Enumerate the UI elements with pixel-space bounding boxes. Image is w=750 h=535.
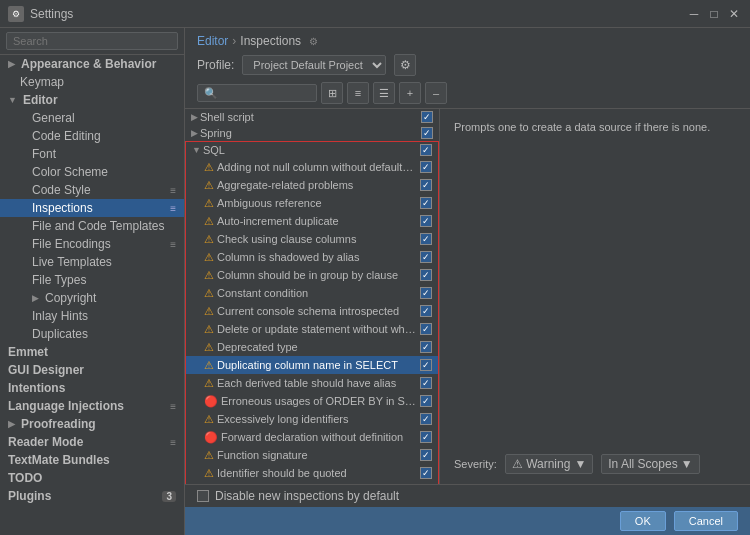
sidebar-item-inspections[interactable]: Inspections ≡	[0, 199, 184, 217]
warn-icon-2: ⚠	[204, 197, 214, 210]
insp-checkbox-12[interactable]	[420, 377, 432, 389]
filter-input[interactable]	[197, 84, 317, 102]
sidebar-item-proofreading[interactable]: ▶ Proofreading	[0, 415, 184, 433]
group-checkbox-spring[interactable]	[421, 127, 433, 139]
insp-checkbox-7[interactable]	[420, 287, 432, 299]
sidebar-label-inspections: Inspections	[32, 201, 93, 215]
insp-checkbox-8[interactable]	[420, 305, 432, 317]
group-header-spring[interactable]: ▶ Spring	[185, 125, 439, 141]
insp-item-label-10: Deprecated type	[217, 341, 416, 353]
sidebar-search-input[interactable]	[6, 32, 178, 50]
sidebar-item-plugins[interactable]: Plugins 3	[0, 487, 184, 505]
sidebar-item-live-templates[interactable]: Live Templates	[0, 253, 184, 271]
sidebar-item-color-scheme[interactable]: Color Scheme	[0, 163, 184, 181]
sidebar-label-file-encodings: File Encodings	[32, 237, 111, 251]
sidebar-item-file-encodings[interactable]: File Encodings ≡	[0, 235, 184, 253]
insp-item-4[interactable]: ⚠ Check using clause columns	[186, 230, 438, 248]
sidebar-item-duplicates[interactable]: Duplicates	[0, 325, 184, 343]
sidebar-item-language-injections[interactable]: Language Injections ≡	[0, 397, 184, 415]
sidebar-item-copyright[interactable]: ▶ Copyright	[0, 289, 184, 307]
insp-item-1[interactable]: ⚠ Aggregate-related problems	[186, 176, 438, 194]
sidebar-item-keymap[interactable]: Keymap	[0, 73, 184, 91]
sidebar-item-code-style[interactable]: Code Style ≡	[0, 181, 184, 199]
severity-select[interactable]: ⚠ Warning ▼	[505, 454, 593, 474]
lang-inj-indicator: ≡	[170, 401, 176, 412]
sidebar-item-textmate-bundles[interactable]: TextMate Bundles	[0, 451, 184, 469]
main-content: ▶ Appearance & Behavior Keymap ▼ Editor …	[0, 28, 750, 535]
sidebar-item-gui-designer[interactable]: GUI Designer	[0, 361, 184, 379]
insp-checkbox-3[interactable]	[420, 215, 432, 227]
insp-item-15[interactable]: 🔴 Forward declaration without definition	[186, 428, 438, 446]
insp-checkbox-0[interactable]	[420, 161, 432, 173]
sidebar-item-reader-mode[interactable]: Reader Mode ≡	[0, 433, 184, 451]
insp-checkbox-11[interactable]	[420, 359, 432, 371]
ok-button[interactable]: OK	[620, 511, 666, 531]
breadcrumb-menu-icon[interactable]: ⚙	[309, 36, 318, 47]
minimize-button[interactable]: ─	[686, 6, 702, 22]
group-checkbox-shell-script[interactable]	[421, 111, 433, 123]
maximize-button[interactable]: □	[706, 6, 722, 22]
group-checkbox-sql[interactable]	[420, 144, 432, 156]
insp-checkbox-14[interactable]	[420, 413, 432, 425]
insp-item-5[interactable]: ⚠ Column is shadowed by alias	[186, 248, 438, 266]
disable-new-inspections-checkbox[interactable]: Disable new inspections by default	[197, 489, 399, 503]
scope-select[interactable]: In All Scopes ▼	[601, 454, 699, 474]
group-sql: ▼ SQL ⚠ Adding not null column without d…	[185, 141, 439, 484]
profile-select[interactable]: Project Default Project	[242, 55, 386, 75]
expand-all-button[interactable]: ≡	[347, 82, 369, 104]
insp-item-13[interactable]: 🔴 Erroneous usages of ORDER BY in SQL Se…	[186, 392, 438, 410]
warn-icon-8: ⚠	[204, 305, 214, 318]
insp-item-12[interactable]: ⚠ Each derived table should have alias	[186, 374, 438, 392]
insp-item-10[interactable]: ⚠ Deprecated type	[186, 338, 438, 356]
sidebar-item-file-types[interactable]: File Types	[0, 271, 184, 289]
cancel-button[interactable]: Cancel	[674, 511, 738, 531]
insp-checkbox-4[interactable]	[420, 233, 432, 245]
insp-checkbox-2[interactable]	[420, 197, 432, 209]
insp-item-6[interactable]: ⚠ Column should be in group by clause	[186, 266, 438, 284]
sidebar-item-appearance[interactable]: ▶ Appearance & Behavior	[0, 55, 184, 73]
insp-item-7[interactable]: ⚠ Constant condition	[186, 284, 438, 302]
insp-item-17[interactable]: ⚠ Identifier should be quoted	[186, 464, 438, 482]
insp-checkbox-6[interactable]	[420, 269, 432, 281]
insp-checkbox-17[interactable]	[420, 467, 432, 479]
sidebar-item-file-code-templates[interactable]: File and Code Templates	[0, 217, 184, 235]
group-header-sql[interactable]: ▼ SQL	[186, 142, 438, 158]
insp-item-2[interactable]: ⚠ Ambiguous reference	[186, 194, 438, 212]
filter-button[interactable]: ⊞	[321, 82, 343, 104]
sidebar-item-editor[interactable]: ▼ Editor	[0, 91, 184, 109]
insp-checkbox-16[interactable]	[420, 449, 432, 461]
sidebar-label-file-types: File Types	[32, 273, 86, 287]
sidebar-item-todo[interactable]: TODO	[0, 469, 184, 487]
insp-checkbox-15[interactable]	[420, 431, 432, 443]
sidebar-item-font[interactable]: Font	[0, 145, 184, 163]
insp-item-9[interactable]: ⚠ Delete or update statement without whe…	[186, 320, 438, 338]
sidebar-item-general[interactable]: General	[0, 109, 184, 127]
insp-checkbox-5[interactable]	[420, 251, 432, 263]
group-header-shell-script[interactable]: ▶ Shell script	[185, 109, 439, 125]
insp-item-14[interactable]: ⚠ Excessively long identifiers	[186, 410, 438, 428]
breadcrumb-parent: Editor	[197, 34, 228, 48]
insp-item-0[interactable]: ⚠ Adding not null column without default…	[186, 158, 438, 176]
insp-item-label-8: Current console schema introspected	[217, 305, 416, 317]
sidebar-item-emmet[interactable]: Emmet	[0, 343, 184, 361]
collapse-all-button[interactable]: ☰	[373, 82, 395, 104]
insp-item-16[interactable]: ⚠ Function signature	[186, 446, 438, 464]
close-button[interactable]: ✕	[726, 6, 742, 22]
warn-icon-16: ⚠	[204, 449, 214, 462]
profile-gear-button[interactable]: ⚙	[394, 54, 416, 76]
insp-item-3[interactable]: ⚠ Auto-increment duplicate	[186, 212, 438, 230]
insp-item-8[interactable]: ⚠ Current console schema introspected	[186, 302, 438, 320]
insp-item-label-5: Column is shadowed by alias	[217, 251, 416, 263]
insp-checkbox-13[interactable]	[420, 395, 432, 407]
sidebar-item-intentions[interactable]: Intentions	[0, 379, 184, 397]
sidebar-item-inlay-hints[interactable]: Inlay Hints	[0, 307, 184, 325]
add-button[interactable]: +	[399, 82, 421, 104]
insp-item-11[interactable]: ⚠ Duplicating column name in SELECT	[186, 356, 438, 374]
sidebar-item-code-editing[interactable]: Code Editing	[0, 127, 184, 145]
insp-checkbox-10[interactable]	[420, 341, 432, 353]
insp-checkbox-9[interactable]	[420, 323, 432, 335]
insp-checkbox-1[interactable]	[420, 179, 432, 191]
remove-button[interactable]: –	[425, 82, 447, 104]
settings-window: ⚙ Settings ─ □ ✕ ▶ Appearance & Behavior…	[0, 0, 750, 535]
sidebar-label-textmate-bundles: TextMate Bundles	[8, 453, 110, 467]
